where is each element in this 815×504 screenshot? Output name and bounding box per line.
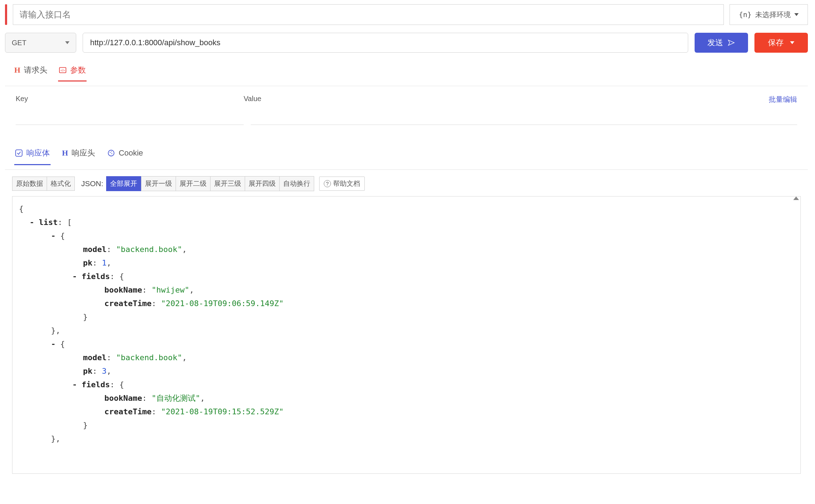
svg-point-4: [110, 152, 111, 153]
save-button[interactable]: 保存: [754, 33, 808, 53]
tab-request-params[interactable]: </> 参数: [58, 63, 87, 82]
expand-level-2-button[interactable]: 展开二级: [176, 176, 211, 191]
expand-level-1-button[interactable]: 展开一级: [141, 176, 176, 191]
chevron-down-icon: [794, 13, 799, 16]
format-button[interactable]: 格式化: [47, 177, 75, 191]
chevron-down-icon: [790, 41, 794, 44]
question-icon: ?: [324, 180, 331, 187]
environment-select[interactable]: {n} 未选择环境: [730, 4, 808, 25]
help-doc-button[interactable]: ? 帮助文档: [319, 177, 365, 191]
raw-data-button[interactable]: 原始数据: [12, 177, 47, 191]
api-name-input[interactable]: [13, 4, 724, 25]
expand-all-button[interactable]: 全部展开: [106, 176, 141, 191]
tab-label: Cookie: [119, 148, 143, 158]
check-icon: [15, 149, 23, 157]
send-icon: [727, 39, 735, 47]
tab-response-body[interactable]: 响应体: [14, 146, 51, 165]
env-prefix: {n}: [739, 10, 752, 19]
word-wrap-button[interactable]: 自动换行: [280, 176, 314, 191]
svg-rect-2: [16, 150, 22, 156]
send-label: 发送: [707, 37, 723, 48]
save-label: 保存: [768, 37, 784, 48]
svg-text:</>: </>: [61, 69, 65, 72]
http-method-select[interactable]: GET: [5, 33, 76, 53]
collapse-toggle[interactable]: -: [72, 270, 79, 283]
env-label: 未选择环境: [755, 10, 791, 20]
tab-response-cookie[interactable]: Cookie: [107, 146, 144, 165]
url-input[interactable]: [83, 33, 688, 53]
collapse-toggle[interactable]: -: [30, 216, 37, 229]
expand-level-4-button[interactable]: 展开四级: [245, 176, 280, 191]
collapse-toggle[interactable]: -: [72, 378, 79, 392]
json-label: JSON:: [81, 179, 103, 188]
param-key-input[interactable]: [16, 109, 244, 125]
column-header-key: Key: [16, 95, 244, 104]
tab-label: 参数: [70, 65, 86, 75]
tab-label: 请求头: [24, 65, 47, 75]
param-value-input[interactable]: [251, 109, 797, 125]
accent-bar: [5, 4, 7, 25]
tab-label: 响应头: [72, 148, 95, 158]
bulk-edit-link[interactable]: 批量编辑: [769, 95, 797, 104]
params-icon: </>: [59, 66, 67, 74]
svg-point-6: [111, 151, 112, 152]
help-label: 帮助文档: [333, 179, 360, 188]
chevron-down-icon: [65, 41, 69, 44]
column-header-value: Value: [244, 95, 769, 104]
response-json-viewer[interactable]: { -list: [ -{ model: "backend.book", pk:…: [12, 196, 801, 474]
collapse-toggle[interactable]: -: [51, 229, 58, 243]
svg-point-5: [111, 153, 113, 154]
tab-request-headers[interactable]: H 请求头: [14, 63, 48, 82]
tab-label: 响应体: [26, 148, 50, 158]
expand-level-3-button[interactable]: 展开三级: [211, 176, 245, 191]
send-button[interactable]: 发送: [695, 33, 748, 53]
headers-icon: H: [14, 65, 20, 75]
scroll-up-icon[interactable]: [795, 196, 799, 201]
collapse-toggle[interactable]: -: [51, 337, 58, 351]
svg-point-3: [108, 150, 114, 156]
headers-icon: H: [62, 148, 68, 158]
tab-response-headers[interactable]: H 响应头: [61, 146, 96, 165]
cookie-icon: [107, 149, 115, 157]
http-method-label: GET: [12, 39, 26, 47]
